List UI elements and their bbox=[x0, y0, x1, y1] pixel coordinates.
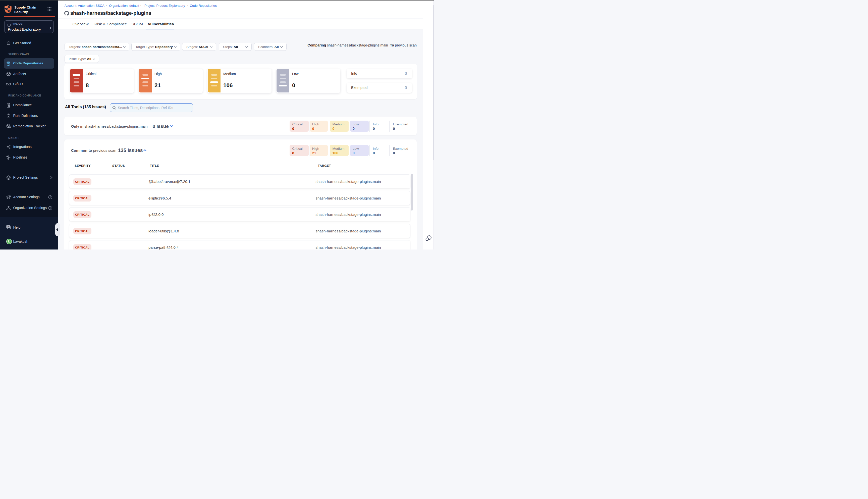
svg-text:?: ? bbox=[8, 226, 9, 228]
